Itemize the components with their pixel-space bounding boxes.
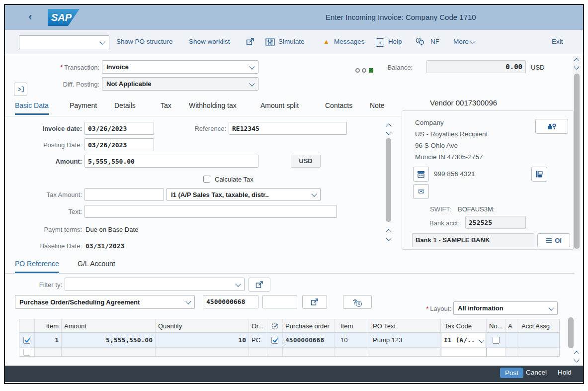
table-scroll-down-icon[interactable] (574, 357, 579, 362)
phone-icon (417, 171, 425, 178)
help-button[interactable]: Help (388, 38, 402, 45)
filter-adopt-button[interactable] (249, 278, 270, 292)
nf-button[interactable]: NF (430, 38, 439, 45)
diff-posting-dropdown[interactable]: Not Applicable (102, 77, 258, 91)
services-for-object-icon[interactable] (246, 37, 255, 48)
col-no[interactable]: No... (487, 319, 505, 333)
diff-posting-label: Diff. Posting: (30, 81, 99, 88)
layout-label: *Layout: (408, 305, 451, 312)
header-tabstrip: Basic Data Payment Details Tax Withholdi… (5, 99, 401, 116)
tab-payment[interactable]: Payment (70, 101, 97, 113)
tab-basic-data[interactable]: Basic Data (15, 101, 49, 115)
layout-dropdown[interactable]: All information (453, 301, 558, 315)
layout-value: All information (458, 304, 504, 312)
amount-field[interactable] (84, 155, 258, 168)
post-button[interactable]: Post (500, 368, 523, 378)
table-row-empty[interactable] (19, 348, 559, 356)
terms-scroll-down-icon[interactable] (386, 235, 391, 241)
calculate-tax-checkbox[interactable] (203, 176, 210, 183)
command-combobox[interactable] (19, 35, 109, 49)
adopt-button[interactable] (302, 295, 327, 309)
cell-final-invoice[interactable] (267, 333, 283, 348)
col-acct-assg[interactable]: Acct Assg (517, 319, 559, 333)
tab-note[interactable]: Note (370, 101, 385, 113)
cell-quantity[interactable]: 10 (156, 333, 249, 348)
tax-amount-field[interactable] (84, 188, 164, 201)
bank-acct-field[interactable] (465, 216, 526, 229)
row-select-checkbox[interactable] (23, 349, 30, 356)
table-scroll-up-icon[interactable] (574, 351, 579, 356)
col-a[interactable]: A (505, 319, 517, 333)
col-tax-code[interactable]: Tax Code (441, 319, 487, 333)
cell-no[interactable] (487, 333, 505, 348)
transaction-dropdown[interactable]: Invoice (102, 60, 258, 74)
po-item-field[interactable] (262, 295, 297, 308)
col-po-text[interactable]: PO Text (368, 319, 441, 333)
tab-amount-split[interactable]: Amount split (260, 101, 299, 113)
po-number-field[interactable] (203, 295, 258, 308)
form-scroll-down-icon[interactable] (386, 129, 391, 135)
no-checkbox[interactable] (493, 337, 500, 344)
final-invoice-checkbox[interactable] (271, 337, 278, 344)
simulate-icon (265, 38, 275, 48)
swift-value: BOFAUS3M: (458, 205, 495, 213)
row-select-cell[interactable] (19, 348, 35, 356)
posting-date-field[interactable] (84, 138, 154, 151)
back-icon[interactable]: ‹ (25, 11, 36, 23)
balance-field[interactable] (426, 60, 526, 73)
phone-button[interactable] (413, 167, 429, 182)
tab-gl-account[interactable]: G/L Account (78, 260, 115, 272)
scrollbar-thumb[interactable] (574, 74, 580, 249)
fax-button[interactable] (531, 167, 547, 182)
cell-item: 1 (35, 333, 62, 348)
show-po-structure-button[interactable]: Show PO structure (116, 38, 172, 45)
more-button[interactable]: More (453, 38, 474, 45)
table-row[interactable]: 1 5,555,550.00 10 PC 4500000668 10 Pump … (19, 333, 559, 348)
tab-contacts[interactable]: Contacts (325, 101, 352, 113)
header-display-button[interactable] (14, 83, 27, 96)
cancel-button[interactable]: Cancel (526, 369, 547, 376)
purchase-order-link[interactable]: 4500000668 (285, 336, 324, 344)
bank-name-field[interactable]: Bank 1 - SAMPLE BANK (412, 233, 534, 247)
col-amount[interactable]: Amount (62, 319, 156, 333)
email-button[interactable]: ✉ (413, 184, 429, 199)
cell-amount[interactable]: 5,555,550.00 (62, 333, 156, 348)
filter-type-dropdown[interactable] (65, 278, 245, 291)
messages-button[interactable]: Messages (334, 38, 365, 45)
window-arrow-icon (255, 280, 264, 289)
row-select-checkbox[interactable] (23, 337, 30, 344)
col-quantity[interactable]: Quantity (156, 319, 249, 333)
form-scrollbar-thumb[interactable] (386, 138, 391, 222)
table-scrollbar-thumb[interactable] (568, 317, 574, 348)
invoice-date-field[interactable] (84, 122, 154, 135)
vendor-master-button[interactable] (535, 119, 568, 134)
row-select-cell[interactable] (19, 333, 35, 348)
text-field[interactable] (84, 205, 337, 218)
tab-withholding-tax[interactable]: Withholding tax (189, 101, 237, 113)
col-purchase-order[interactable]: Purchase order (283, 319, 335, 333)
tab-tax[interactable]: Tax (161, 101, 171, 113)
reference-field[interactable] (229, 122, 347, 135)
tab-details[interactable]: Details (114, 101, 136, 113)
reference-doc-category-dropdown[interactable]: Purchase Order/Scheduling Agreement (15, 295, 195, 309)
balance-label: Balance: (369, 64, 413, 71)
col-item[interactable]: Item (35, 319, 62, 333)
oi-button[interactable]: OI (537, 233, 570, 247)
currency-field[interactable]: USD (291, 155, 321, 168)
form-scroll-up-icon[interactable] (386, 123, 391, 129)
simulate-button[interactable]: Simulate (278, 38, 305, 45)
tab-po-reference[interactable]: PO Reference (15, 260, 59, 273)
hold-button[interactable]: Hold (558, 369, 572, 376)
col-order-unit[interactable]: Or... (249, 319, 267, 333)
row-tax-code-dropdown[interactable]: I1 (A/.. (441, 333, 486, 347)
exit-button[interactable]: Exit (552, 38, 563, 45)
col-po-item[interactable]: Item (335, 319, 368, 333)
propose-values-button[interactable]: ?$ (343, 295, 372, 309)
col-final-invoice[interactable] (267, 319, 283, 333)
show-worklist-button[interactable]: Show worklist (189, 38, 230, 45)
terms-scroll-up-icon[interactable] (386, 229, 391, 234)
amount-label: Amount: (20, 158, 82, 165)
select-column-header[interactable] (19, 319, 35, 333)
tax-code-dropdown[interactable]: I1 (A/P Sales Tax, taxable, distr.. (167, 188, 321, 201)
required-asterisk: * (60, 64, 63, 71)
